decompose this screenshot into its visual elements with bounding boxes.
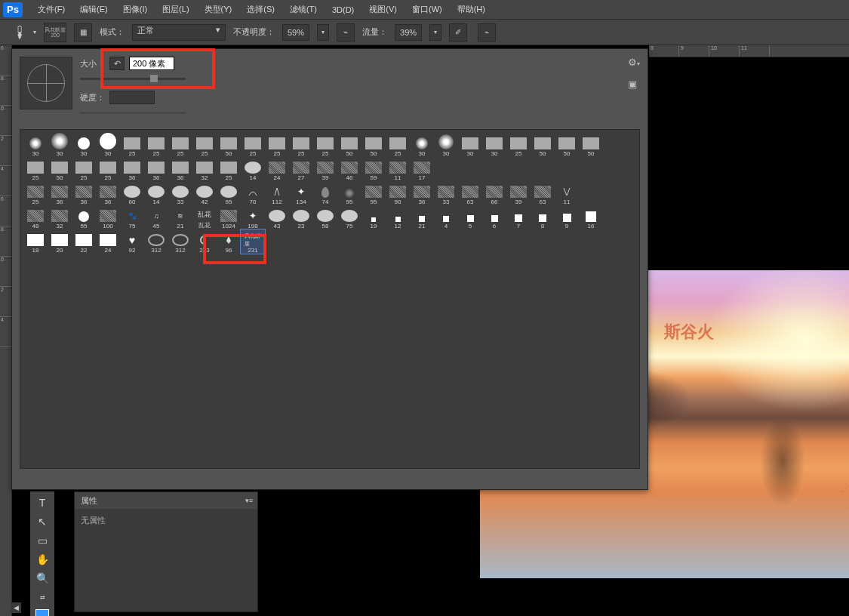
brush-preset-item[interactable]: 32 — [192, 157, 217, 181]
brush-preset-item[interactable]: 9 — [555, 205, 579, 229]
brush-preset-item[interactable]: 36 — [72, 181, 96, 205]
brush-tip-preview[interactable] — [20, 57, 72, 109]
brush-preset-item[interactable]: 30 — [410, 133, 434, 157]
rectangle-tool[interactable]: ▭ — [33, 532, 51, 549]
brush-tool-icon[interactable]: 🖌 — [11, 23, 29, 41]
brush-preset-item[interactable]: ♥92 — [120, 229, 144, 254]
brush-preset-item[interactable]: 33 — [434, 181, 458, 205]
airbrush-button[interactable]: ✐ — [449, 23, 467, 42]
brush-preset-item-selected[interactable]: 风花断崖231 — [241, 229, 265, 254]
brush-preset-item[interactable]: 32 — [48, 205, 72, 229]
brush-preset-item[interactable]: 39 — [506, 181, 531, 205]
brush-preset-item[interactable]: 25 — [313, 133, 337, 157]
brush-preset-item[interactable]: 25 — [265, 133, 289, 157]
brush-preset-item[interactable]: 14 — [241, 157, 265, 181]
menu-image[interactable]: 图像(I) — [115, 1, 155, 18]
brush-preset-item[interactable]: 20 — [48, 229, 72, 254]
path-select-tool[interactable]: ↖ — [33, 513, 51, 530]
menu-file[interactable]: 文件(F) — [30, 1, 72, 18]
brush-preset-item[interactable]: 36 — [410, 181, 434, 205]
flow-value[interactable]: 39% — [395, 24, 422, 41]
zoom-tool[interactable]: 🔍 — [33, 570, 51, 587]
menu-window[interactable]: 窗口(W) — [405, 1, 450, 18]
opacity-value[interactable]: 59% — [282, 24, 309, 41]
brush-preset-item[interactable]: 25 — [144, 133, 168, 157]
menu-layer[interactable]: 图层(L) — [155, 1, 196, 18]
brush-preset-picker[interactable]: 风花断崖 200 — [44, 23, 66, 42]
brush-preset-item[interactable]: 90 — [386, 181, 410, 205]
scroll-left-button[interactable]: ◀ — [11, 602, 21, 613]
brush-preset-item[interactable]: 63 — [458, 181, 482, 205]
brush-preset-item[interactable]: ✦198 — [241, 205, 265, 229]
brush-preset-item[interactable]: 55 — [217, 181, 241, 205]
gear-icon[interactable]: ⚙▾ — [628, 57, 640, 68]
brush-preset-item[interactable]: 1024 — [217, 205, 241, 229]
brush-preset-item[interactable]: 312 — [168, 229, 192, 254]
menu-select[interactable]: 选择(S) — [239, 1, 282, 18]
brush-preset-item[interactable]: 23 — [289, 205, 313, 229]
brush-preset-item[interactable]: 14 — [144, 181, 168, 205]
menu-filter[interactable]: 滤镜(T) — [282, 1, 325, 18]
brush-preset-item[interactable]: 36 — [120, 157, 144, 181]
brush-preset-item[interactable]: 25 — [120, 133, 144, 157]
brush-preset-item[interactable]: 25 — [241, 133, 265, 157]
brush-preset-item[interactable]: 8 — [531, 205, 555, 229]
brush-preset-item[interactable]: 24 — [265, 157, 289, 181]
flow-dropdown[interactable]: ▾ — [429, 24, 441, 41]
menu-3d[interactable]: 3D(D) — [325, 2, 361, 17]
brush-preset-item[interactable]: 22 — [72, 229, 96, 254]
brush-preset-item[interactable]: 70 — [241, 181, 265, 205]
brush-preset-item[interactable]: 48 — [23, 205, 48, 229]
brush-preset-item[interactable]: 24 — [96, 229, 120, 254]
brush-preset-item[interactable]: ≋21 — [168, 205, 192, 229]
brush-preset-item[interactable]: 30 — [482, 133, 506, 157]
brush-preset-item[interactable]: 75 — [337, 205, 361, 229]
brush-preset-item[interactable]: ♫45 — [144, 205, 168, 229]
properties-tab[interactable]: 属性 — [81, 495, 97, 507]
brush-preset-item[interactable]: 33 — [168, 181, 192, 205]
brush-preset-item[interactable]: 112 — [265, 181, 289, 205]
brush-preset-item[interactable]: 74 — [313, 181, 337, 205]
brush-preset-item[interactable]: 46 — [337, 157, 361, 181]
brush-preset-item[interactable]: 25 — [72, 157, 96, 181]
brush-preset-item[interactable]: 30 — [434, 133, 458, 157]
new-preset-icon[interactable]: ▣ — [628, 79, 640, 90]
brush-preset-item[interactable]: 50 — [48, 157, 72, 181]
brush-preset-item[interactable]: 100 — [96, 205, 120, 229]
brush-preset-item[interactable]: 60 — [120, 181, 144, 205]
foreground-color[interactable] — [33, 608, 51, 616]
menu-help[interactable]: 帮助(H) — [450, 1, 493, 18]
menu-edit[interactable]: 编辑(E) — [72, 1, 115, 18]
brush-preset-item[interactable]: 25 — [506, 133, 531, 157]
brush-preset-item[interactable]: 21 — [410, 205, 434, 229]
brush-preset-item[interactable]: 25 — [386, 133, 410, 157]
brush-preset-item[interactable]: 25 — [23, 181, 48, 205]
hand-tool[interactable]: ✋ — [33, 551, 51, 568]
brush-preset-item[interactable]: 50 — [579, 133, 603, 157]
brush-preset-item[interactable]: 58 — [313, 205, 337, 229]
size-slider[interactable] — [80, 78, 186, 80]
brush-preset-item[interactable]: 59 — [361, 157, 386, 181]
brush-preset-item[interactable]: 312 — [144, 229, 168, 254]
color-swap-icon[interactable]: ⇄ — [33, 589, 51, 605]
brush-preset-item[interactable]: 36 — [168, 157, 192, 181]
brush-preset-item[interactable]: 18 — [23, 229, 48, 254]
brush-preset-item[interactable]: 95 — [337, 181, 361, 205]
brush-preset-item[interactable]: 5 — [458, 205, 482, 229]
resize-grip-icon[interactable]: ⋰ — [841, 484, 849, 492]
brush-preset-item[interactable]: 7 — [506, 205, 531, 229]
reset-size-button[interactable]: ↶ — [109, 57, 125, 70]
brush-preset-item[interactable]: 🐾75 — [120, 205, 144, 229]
brush-preset-item[interactable]: 50 — [337, 133, 361, 157]
brush-settings-button[interactable]: ▦ — [74, 23, 92, 42]
brush-size-input[interactable] — [129, 57, 174, 70]
brush-preset-item[interactable]: 30 — [72, 133, 96, 157]
brush-preset-item[interactable]: 16 — [579, 205, 603, 229]
panel-menu-icon[interactable]: ▾≡ — [245, 497, 253, 504]
brush-preset-item[interactable]: 25 — [23, 157, 48, 181]
brush-preset-item[interactable]: 25 — [217, 157, 241, 181]
brush-preset-item[interactable]: 63 — [531, 181, 555, 205]
brush-preset-item[interactable]: 50 — [217, 133, 241, 157]
hardness-input[interactable] — [109, 91, 155, 104]
brush-preset-item[interactable]: 30 — [48, 133, 72, 157]
